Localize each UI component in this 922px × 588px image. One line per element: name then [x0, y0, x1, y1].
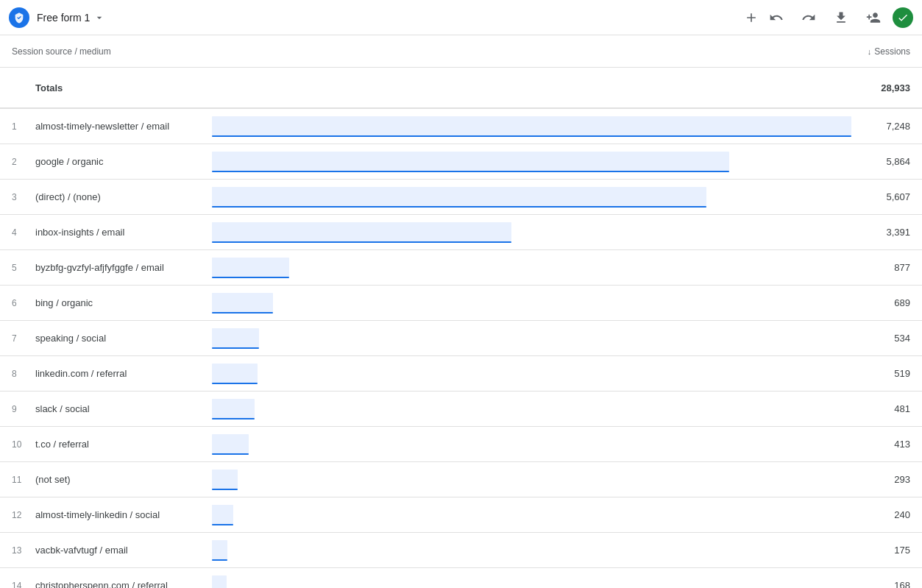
bar-area [212, 568, 851, 588]
bar-area [212, 286, 851, 320]
row-value: 293 [851, 474, 910, 485]
page-title: Free form 1 [37, 12, 90, 24]
header-actions [763, 4, 913, 31]
row-value: 168 [851, 580, 910, 588]
row-value: 534 [851, 333, 910, 344]
row-label: bing / organic [35, 297, 212, 308]
bar-fill [212, 152, 729, 172]
row-number: 8 [12, 369, 35, 379]
app-logo [9, 7, 29, 28]
row-value: 481 [851, 403, 910, 414]
row-number: 11 [12, 475, 35, 485]
row-label: inbox-insights / email [35, 227, 212, 238]
row-value: 3,391 [851, 227, 910, 238]
bar-line [212, 241, 511, 243]
row-number: 4 [12, 227, 35, 238]
row-number: 13 [12, 545, 35, 556]
bar-fill [212, 328, 259, 349]
bar-area [212, 250, 851, 285]
table-row: 5 byzbfg-gvzfyl-afjfyfggfe / email 877 [0, 250, 922, 286]
table-row: 1 almost-timely-newsletter / email 7,248 [0, 109, 922, 144]
row-number: 9 [12, 404, 35, 414]
table-row: 2 google / organic 5,864 [0, 144, 922, 180]
bar-background [212, 540, 227, 561]
row-label: vacbk-vafvtugf / email [35, 545, 212, 556]
row-value: 413 [851, 439, 910, 450]
bar-area [212, 462, 851, 497]
bar-line [212, 559, 227, 561]
bar-background [212, 364, 258, 384]
bar-fill [212, 258, 289, 278]
bar-background [212, 152, 729, 172]
redo-button[interactable] [795, 4, 822, 31]
bar-line [212, 206, 706, 208]
table-row: 3 (direct) / (none) 5,607 [0, 180, 922, 215]
row-number: 10 [12, 439, 35, 450]
bar-fill [212, 364, 258, 384]
bar-background [212, 328, 259, 349]
bar-area [212, 321, 851, 355]
undo-button[interactable] [763, 4, 790, 31]
bar-background [212, 258, 289, 278]
row-label: almost-timely-newsletter / email [35, 121, 212, 132]
bar-fill [212, 470, 238, 490]
row-value: 5,864 [851, 156, 910, 167]
table-body: 1 almost-timely-newsletter / email 7,248… [0, 109, 922, 588]
row-value: 877 [851, 262, 910, 273]
bar-line [212, 135, 851, 137]
row-value: 240 [851, 509, 910, 520]
bar-line [212, 171, 729, 172]
column-header-label: Session source / medium [12, 46, 247, 57]
row-label: almost-timely-linkedin / social [35, 509, 212, 520]
add-user-button[interactable] [860, 4, 887, 31]
bar-background [212, 187, 706, 208]
bar-fill [212, 434, 249, 455]
bar-line [212, 453, 249, 455]
title-dropdown-icon[interactable] [93, 11, 106, 24]
bar-fill [212, 293, 273, 314]
row-value: 175 [851, 545, 910, 556]
bar-line [212, 383, 258, 384]
row-value: 519 [851, 368, 910, 379]
bar-line [212, 347, 259, 349]
bar-background [212, 293, 273, 314]
row-number: 12 [12, 510, 35, 520]
app-header: Free form 1 [0, 0, 922, 35]
table-row: 12 almost-timely-linkedin / social 240 [0, 497, 922, 533]
row-value: 689 [851, 297, 910, 308]
row-number: 5 [12, 263, 35, 273]
bar-area [212, 497, 851, 532]
row-label: t.co / referral [35, 439, 212, 450]
bar-fill [212, 222, 511, 243]
row-number: 1 [12, 121, 35, 132]
bar-fill [212, 399, 255, 419]
totals-value: 28,933 [271, 82, 910, 93]
totals-label: Totals [35, 82, 271, 93]
bar-area [212, 392, 851, 426]
bar-area [212, 215, 851, 249]
row-label: byzbfg-gvzfyl-afjfyfggfe / email [35, 262, 212, 273]
column-header-value[interactable]: ↓ Sessions [247, 46, 910, 57]
download-button[interactable] [828, 4, 854, 31]
table-row: 9 slack / social 481 [0, 392, 922, 427]
bar-area [212, 533, 851, 567]
row-number: 3 [12, 192, 35, 202]
bar-line [212, 418, 255, 419]
bar-line [212, 277, 289, 278]
table-row: 8 linkedin.com / referral 519 [0, 356, 922, 392]
table-row: 4 inbox-insights / email 3,391 [0, 215, 922, 250]
bar-line [212, 312, 273, 314]
header-title-area: Free form 1 [37, 11, 740, 24]
add-tab-button[interactable] [740, 6, 763, 29]
bar-area [212, 180, 851, 214]
sort-arrow-icon: ↓ [868, 47, 872, 56]
bar-area [212, 109, 851, 144]
table-row: 10 t.co / referral 413 [0, 427, 922, 462]
table-row: 13 vacbk-vafvtugf / email 175 [0, 533, 922, 568]
bar-fill [212, 540, 227, 561]
bar-background [212, 575, 227, 589]
row-number: 7 [12, 333, 35, 344]
bar-background [212, 399, 255, 419]
table-row: 14 christopherspenn.com / referral 168 [0, 568, 922, 588]
bar-area [212, 144, 851, 179]
